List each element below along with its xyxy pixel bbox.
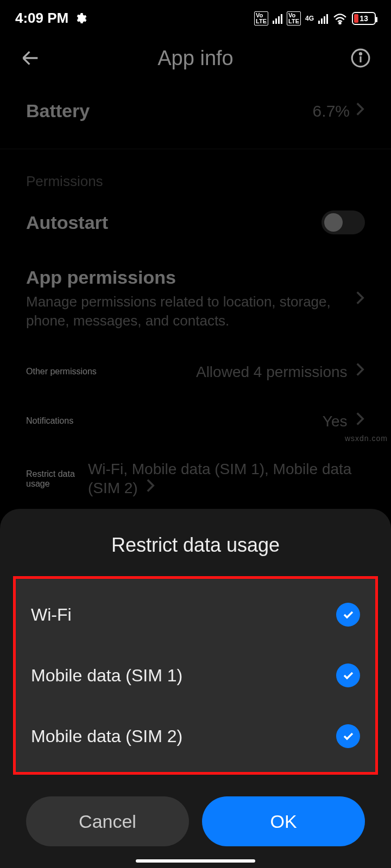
option-label: Wi-Fi xyxy=(31,605,72,625)
check-icon xyxy=(336,724,360,748)
option-sim1[interactable]: Mobile data (SIM 1) xyxy=(16,645,375,706)
ok-button[interactable]: OK xyxy=(202,796,365,846)
restrict-data-dialog: Restrict data usage Wi-Fi Mobile data (S… xyxy=(0,509,391,868)
cancel-button[interactable]: Cancel xyxy=(26,796,189,846)
check-icon xyxy=(336,603,360,627)
dialog-buttons: Cancel OK xyxy=(0,775,391,846)
home-indicator[interactable] xyxy=(136,859,255,863)
option-label: Mobile data (SIM 1) xyxy=(31,666,182,686)
watermark: wsxdn.com xyxy=(345,434,388,443)
dialog-options: Wi-Fi Mobile data (SIM 1) Mobile data (S… xyxy=(13,576,378,775)
check-icon xyxy=(336,663,360,687)
option-sim2[interactable]: Mobile data (SIM 2) xyxy=(16,706,375,767)
dialog-title: Restrict data usage xyxy=(0,524,391,576)
option-label: Mobile data (SIM 2) xyxy=(31,726,182,746)
option-wifi[interactable]: Wi-Fi xyxy=(16,584,375,645)
